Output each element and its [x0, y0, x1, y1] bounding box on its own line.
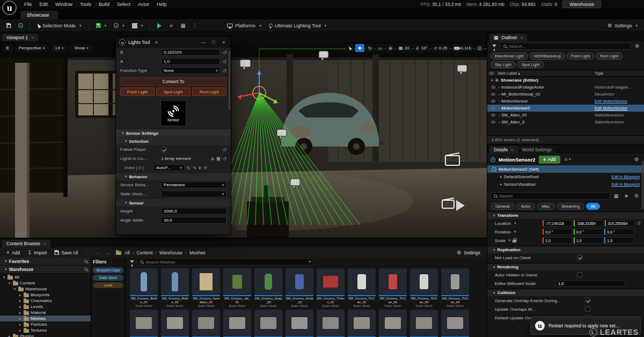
component-row[interactable]: ▪ DefaultSceneRoot Edit in Blueprint: [487, 173, 644, 180]
breadcrumb-content[interactable]: Content: [136, 250, 152, 255]
actor-type[interactable]: DecalActor: [595, 92, 642, 97]
viewport-mode-button[interactable]: Show▾: [70, 44, 93, 52]
component-row-self[interactable]: MotionSensor2 (Self): [487, 165, 644, 173]
visibility-eye-icon[interactable]: [489, 114, 497, 116]
actor-type[interactable]: InstancedFoliageA...: [595, 85, 642, 90]
grid-snap-control[interactable]: ▦10: [396, 44, 412, 52]
tree-caret-icon[interactable]: ▸: [18, 311, 22, 315]
rotation-z-field[interactable]: 0,0 °: [604, 229, 634, 235]
details-search-input[interactable]: [499, 194, 607, 199]
asset-tile[interactable]: SM_Grocery_TinCan_03 Static Mesh: [410, 268, 438, 307]
section-behavior[interactable]: ▾Behavior: [116, 172, 231, 180]
visibility-eye-icon[interactable]: [489, 93, 497, 96]
back-button[interactable]: ←: [92, 249, 101, 257]
filter-chip[interactable]: Sky Light: [491, 61, 516, 68]
net-load-checkbox[interactable]: [577, 255, 582, 260]
rotate-tool-button[interactable]: ↻: [365, 44, 375, 52]
generate-overlap-checkbox[interactable]: [585, 298, 590, 303]
outliner-tab[interactable]: ▦ Outliner ×: [489, 34, 527, 41]
menu-item[interactable]: Select: [113, 2, 134, 7]
folder-tree-item[interactable]: ▸ Plugins: [0, 333, 91, 337]
index-dropdown[interactable]: AutoP...▾: [153, 164, 185, 171]
billboard-scale-field[interactable]: 1,0: [555, 280, 625, 287]
scale-x-field[interactable]: 1,0: [543, 237, 573, 244]
details-favorites-button[interactable]: ★: [622, 192, 631, 200]
close-icon[interactable]: ×: [521, 35, 523, 40]
details-grid-button[interactable]: ▦: [612, 192, 620, 200]
menu-item[interactable]: Tools: [76, 2, 95, 7]
world-settings-tab[interactable]: World Settings: [518, 146, 556, 153]
asset-tile[interactable]: SM_Grocery_TinCan_02 Static Mesh: [379, 268, 407, 307]
asset-tile[interactable]: SM_Grocery_Soap_02 Static Mesh: [254, 268, 282, 307]
b-value-field[interactable]: 0,162029: [161, 49, 220, 56]
folder-tree-item[interactable]: ▸ Meshes: [0, 316, 91, 321]
element-options-icon[interactable]: ▾: [199, 165, 201, 171]
platforms-dropdown[interactable]: Platforms ▾: [224, 20, 265, 31]
details-settings-button[interactable]: ⚙: [632, 156, 641, 163]
reset-icon[interactable]: ↺: [203, 165, 208, 171]
asset-tile[interactable]: SM_Grocery_TinCan_01 Static Mesh: [348, 268, 376, 307]
folder-tree-item[interactable]: ▸ Material: [0, 310, 91, 316]
filter-chip[interactable]: Directional Light: [491, 53, 528, 60]
details-options-button[interactable]: ≡▾: [564, 156, 572, 163]
reset-icon[interactable]: ↺: [222, 147, 226, 152]
tree-caret-icon[interactable]: ▸: [8, 334, 11, 337]
maximize-icon[interactable]: □: [210, 40, 217, 45]
a-value-field[interactable]: 1,0: [161, 58, 220, 65]
scale-tool-button[interactable]: ▱: [376, 44, 385, 52]
reset-icon[interactable]: ↺: [222, 50, 226, 55]
tree-caret-icon[interactable]: ▸: [18, 323, 22, 327]
eyedropper-icon[interactable]: ✎: [193, 165, 196, 171]
actor-hidden-checkbox[interactable]: [577, 272, 582, 277]
folder-tree-item[interactable]: ▾ Content: [0, 280, 91, 286]
blueprints-dropdown[interactable]: ▾: [111, 20, 128, 31]
settings-dropdown[interactable]: ⚙ Settings ▾: [604, 20, 641, 31]
favorites-header[interactable]: ▾ Favorites: [0, 258, 91, 266]
convert-light-button[interactable]: Point Light: [120, 87, 155, 96]
window-scrollbar[interactable]: [229, 51, 230, 110]
section-rendering[interactable]: ▾Rendering: [487, 263, 644, 270]
add-component-button[interactable]: +Add: [539, 156, 560, 164]
viewport-mode-button[interactable]: Perspective▾: [14, 44, 49, 52]
breadcrumb-warehouse[interactable]: Warehouse: [159, 250, 182, 255]
details-gear-button[interactable]: ⚙: [632, 192, 641, 200]
details-filter-tab[interactable]: Streaming: [557, 203, 584, 210]
project-button[interactable]: Warehouse: [562, 1, 601, 8]
details-search-box[interactable]: [491, 192, 610, 200]
visibility-eye-icon[interactable]: [489, 121, 497, 123]
details-filter-tab[interactable]: General: [491, 203, 515, 210]
visibility-eye-icon[interactable]: [489, 107, 497, 109]
filter-pill[interactable]: Static Mesh: [93, 275, 123, 281]
import-button[interactable]: ↧Import: [25, 250, 49, 255]
filter-chip[interactable]: HDRIBackdrop: [530, 53, 565, 60]
asset-tile[interactable]: [348, 310, 376, 337]
tree-caret-icon[interactable]: ▾: [2, 275, 6, 280]
outliner-actor-row[interactable]: ▪ SM_Allen_3 StaticMeshActor: [487, 119, 644, 126]
asset-tile[interactable]: SM_Grocery_Jar_01 Static Mesh: [223, 268, 251, 307]
skip-button[interactable]: »: [166, 20, 177, 31]
filter-chip[interactable]: Rect Light: [596, 53, 623, 60]
convert-light-button[interactable]: Rect Light: [192, 87, 226, 96]
minimize-icon[interactable]: —: [200, 40, 207, 45]
sources-header[interactable]: ▾ Warehouse: [0, 266, 91, 274]
static-mesh-dropdown[interactable]: ▾: [161, 191, 226, 197]
selection-mode-dropdown[interactable]: Selection Mode ▾: [34, 20, 85, 31]
tab-close-icon[interactable]: ×: [152, 40, 160, 45]
asset-tile[interactable]: [254, 310, 282, 337]
asset-tile[interactable]: [223, 310, 251, 337]
viewport-tab[interactable]: Viewport 1 ×: [2, 34, 38, 41]
outliner-actor-row[interactable]: ▪ MotionSensor Edit MotionSensor: [487, 98, 644, 105]
viewport-options-button[interactable]: ≡: [3, 44, 12, 52]
outliner-actor-row[interactable]: ▪ SM_Allen_02 StaticMeshActor: [487, 112, 644, 119]
move-tool-button[interactable]: ✚: [355, 44, 364, 52]
folder-tree-item[interactable]: ▸ Textures: [0, 327, 91, 333]
details-tab[interactable]: Details ×: [489, 146, 518, 153]
asset-tile[interactable]: [317, 310, 345, 337]
funnel-icon[interactable]: [130, 260, 134, 263]
tree-caret-icon[interactable]: ▸: [18, 305, 22, 309]
folder-tree-item[interactable]: ▾ All: [0, 274, 91, 280]
update-overlaps-checkbox[interactable]: [585, 306, 590, 312]
asset-tile[interactable]: SM_Grocery_Soda_01 Static Mesh: [286, 268, 313, 307]
viewport-3d-scene[interactable]: ≡ Perspective▾Lit▾Show▾ ✚ ↻ ▱ ⊕ ▦10 ∠10°…: [0, 41, 487, 238]
reset-icon[interactable]: ↺: [222, 59, 226, 64]
